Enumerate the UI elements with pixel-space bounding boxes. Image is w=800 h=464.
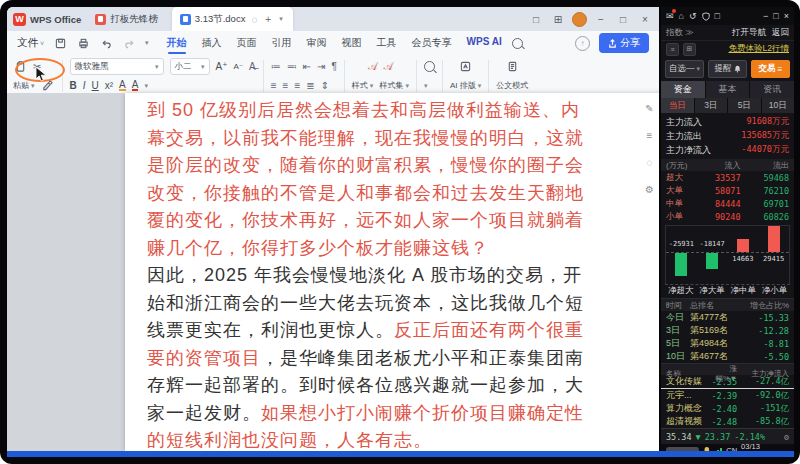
flow-table-row[interactable]: 中单8444469701 xyxy=(666,197,789,210)
ribbon-tab-引用[interactable]: 引用 xyxy=(271,33,293,53)
shield-icon[interactable] xyxy=(702,11,710,21)
grow-font-icon[interactable]: A⁺ xyxy=(216,61,228,72)
ribbon-tab-视图[interactable]: 视图 xyxy=(341,33,363,53)
layout-switch-icon[interactable]: □ xyxy=(528,14,544,25)
clear-format-icon[interactable]: A̶ xyxy=(249,61,256,72)
font-name-select[interactable]: 微软雅黑 ▾ xyxy=(70,58,164,75)
layout-toggle-icon[interactable]: ≡ xyxy=(666,43,679,56)
underline-button[interactable]: U xyxy=(92,80,99,91)
quick-access-caret-icon[interactable]: ▾ xyxy=(145,39,149,47)
ribbon-tab-审阅[interactable]: 审阅 xyxy=(306,33,328,53)
ribbon-tab-页面[interactable]: 页面 xyxy=(236,33,258,53)
alert-button[interactable]: 提醒 xyxy=(708,60,747,78)
index-breadcrumb[interactable]: 指数 ≫ xyxy=(666,27,694,39)
home-icon[interactable]: ⌂ xyxy=(679,11,684,21)
edit-pencil-icon[interactable]: ✎ xyxy=(645,103,653,114)
sector-row[interactable]: 超清视频-2.48-85.8亿 xyxy=(661,415,794,428)
windows-taskbar-edge[interactable] xyxy=(7,451,794,457)
sector-row[interactable]: 元宇...-2.39-92.0亿 xyxy=(661,389,794,402)
apps-grid-icon[interactable]: ⊞ xyxy=(550,14,566,25)
find-caret-icon[interactable]: ▾ xyxy=(424,82,428,90)
settings-gear-icon[interactable]: ⚙ xyxy=(645,184,654,195)
numbered-list-icon[interactable]: ≕ xyxy=(287,61,297,72)
list-toggle-icon[interactable]: ⊞ xyxy=(683,43,696,56)
trade-button[interactable]: 交易 ≡ xyxy=(751,60,790,78)
file-menu[interactable]: 文件 ˅ xyxy=(17,36,44,50)
period-tab-当日[interactable]: 当日 xyxy=(661,98,694,113)
styles-button[interactable]: 样式 ▾ xyxy=(352,80,374,91)
refresh-icon[interactable]: ↺ xyxy=(689,11,697,21)
wps-logo[interactable]: W WPS Office xyxy=(13,13,81,26)
align-left-icon[interactable]: ≡ xyxy=(271,80,277,91)
outline-icon[interactable]: ≡ xyxy=(647,130,653,141)
document-tab-2-active[interactable]: 3.13节.docx ◌ + ▾ xyxy=(172,7,293,31)
period-tab-10日[interactable]: 10日 xyxy=(762,98,795,113)
ribbon-tab-插入[interactable]: 插入 xyxy=(201,33,223,53)
document-tab-1[interactable]: 打板先锋榜 xyxy=(87,7,166,31)
comment-panel-icon[interactable]: ◌ xyxy=(647,157,653,168)
period-tab-5日[interactable]: 5日 xyxy=(728,98,761,113)
minimize-button[interactable]: − xyxy=(593,14,609,25)
maximize-button[interactable]: □ xyxy=(615,14,631,25)
user-avatar[interactable] xyxy=(572,12,587,27)
justify-icon[interactable]: ≣ xyxy=(306,80,314,91)
align-center-icon[interactable]: ≡ xyxy=(283,80,289,91)
ribbon-tab-开始[interactable]: 开始 xyxy=(166,33,188,53)
back-link[interactable]: 返回 xyxy=(772,27,789,39)
superscript-icon[interactable]: x² xyxy=(105,80,113,91)
ribbon-tab-工具[interactable]: 工具 xyxy=(376,33,398,53)
trader-tab-基本[interactable]: 基本 xyxy=(706,81,750,98)
gov-mode-button[interactable]: 公文模式 xyxy=(496,80,528,91)
undo-icon[interactable] xyxy=(99,36,113,50)
rank-table-row[interactable]: 3日第5169名-12.28 xyxy=(661,324,794,337)
ai-layout-button[interactable]: AI 排版 ▾ xyxy=(450,80,481,91)
shrink-font-icon[interactable]: A⁻ xyxy=(233,62,243,71)
italic-button[interactable]: I xyxy=(83,80,86,91)
align-right-icon[interactable]: ≡ xyxy=(294,80,300,91)
trader-tab-资讯[interactable]: 资讯 xyxy=(750,81,794,98)
save-icon[interactable] xyxy=(53,36,67,50)
l2-promo-link[interactable]: 免费体验L2行情 xyxy=(729,43,789,55)
flow-table-row[interactable]: 小单9024060826 xyxy=(666,210,789,223)
new-tab-button[interactable]: + xyxy=(263,14,273,25)
style-set-button[interactable]: 样式集 ▾ xyxy=(379,80,409,91)
decrease-indent-icon[interactable]: ⇤ xyxy=(303,61,311,72)
bold-button[interactable]: B xyxy=(70,80,77,91)
bullet-list-icon[interactable]: ≔ xyxy=(271,61,281,72)
redo-icon[interactable] xyxy=(122,36,136,50)
ribbon-tab-会员专享[interactable]: 会员专享 xyxy=(411,33,453,53)
trader-maximize-button[interactable]: □ xyxy=(773,11,778,21)
sector-row[interactable]: 文化传媒-2.35-27.4亿 xyxy=(661,375,794,389)
flow-table-row[interactable]: 超大3353759468 xyxy=(666,171,789,184)
ribbon-tab-WPS AI[interactable]: WPS AI xyxy=(466,33,503,53)
trader-minimize-button[interactable]: − xyxy=(763,11,768,21)
print-icon[interactable] xyxy=(76,36,90,50)
highlight-color-button[interactable]: A xyxy=(119,80,126,91)
font-color-button[interactable]: A xyxy=(132,80,139,91)
font-color-caret-icon[interactable]: ▾ xyxy=(144,82,148,90)
trader-close-button[interactable]: × xyxy=(784,11,789,21)
period-tab-3日[interactable]: 3日 xyxy=(695,98,728,113)
flow-table-row[interactable]: 大单5807176210 xyxy=(666,184,789,197)
increase-indent-icon[interactable]: ⇥ xyxy=(317,61,325,72)
watchlist-button[interactable]: 自选— ▾ xyxy=(665,60,704,78)
chat-bubble-icon[interactable]: ◌ xyxy=(249,14,259,25)
search-icon[interactable] xyxy=(512,38,523,49)
cloud-sync-icon[interactable]: ↑ xyxy=(575,36,590,51)
line-spacing-icon[interactable]: ⇕ xyxy=(321,80,329,91)
sector-row[interactable]: 算力概念-2.40-151亿 xyxy=(661,402,794,415)
paragraph-mark-icon[interactable]: ¶ xyxy=(331,61,336,72)
rank-table-row[interactable]: 今日第4777名-15.33 xyxy=(661,311,794,324)
status-gear-icon[interactable]: ⚙ xyxy=(784,432,789,442)
close-button[interactable]: × xyxy=(637,14,653,25)
font-size-select[interactable]: 小二 ▾ xyxy=(170,58,210,75)
mail-icon[interactable]: ✉ xyxy=(666,11,674,21)
share-button[interactable]: 分享 xyxy=(599,33,649,53)
paste-button[interactable]: 粘贴 ▾ xyxy=(13,80,35,91)
window-icon[interactable]: □ xyxy=(715,11,720,21)
open-navigation-link[interactable]: 打开导航 xyxy=(732,27,766,39)
rank-table-row[interactable]: 5日第4984名-8.81 xyxy=(661,337,794,350)
find-icon[interactable] xyxy=(424,61,435,72)
rank-table-row[interactable]: 10日第4677名-5.50 xyxy=(661,350,794,363)
tab-list-caret-icon[interactable]: ▾ xyxy=(277,15,285,23)
